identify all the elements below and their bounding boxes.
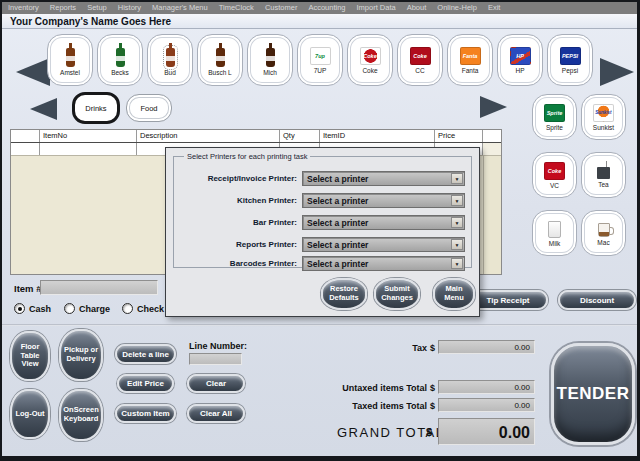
bar-printer-select[interactable]: Select a printer ▼ — [302, 215, 465, 230]
logout-button[interactable]: Log-Out — [10, 389, 50, 439]
product-button-pepsi[interactable]: PEPSI Pepsi — [547, 34, 593, 86]
category-tab-drinks[interactable]: Drinks — [72, 92, 120, 124]
product-button-bud[interactable]: Bud — [147, 34, 193, 86]
receipt-printer-select[interactable]: Select a printer ▼ — [302, 171, 465, 186]
product-button-tea[interactable]: Tea — [581, 152, 626, 198]
pos-window: Inventory Reports Setup History Manager'… — [0, 0, 640, 461]
menu-accounting[interactable]: Accounting — [308, 3, 345, 14]
product-button-amstel[interactable]: Amstel — [47, 34, 93, 86]
bud-bottle-icon — [166, 48, 175, 67]
menu-history[interactable]: History — [118, 3, 141, 14]
chevron-down-icon[interactable]: ▼ — [451, 239, 463, 250]
product-label: 7UP — [314, 67, 327, 74]
menu-timeclock[interactable]: TimeClock — [219, 3, 254, 14]
table-scrollbar[interactable] — [483, 156, 501, 274]
amstel-bottle-icon — [66, 48, 75, 67]
product-button-becks[interactable]: Becks — [97, 34, 143, 86]
col-qty: Qty — [280, 130, 320, 142]
menu-online-help[interactable]: Online-Help — [437, 3, 477, 14]
clear-all-button[interactable]: Clear All — [187, 404, 245, 423]
menu-reports[interactable]: Reports — [50, 3, 76, 14]
product-button-fanta[interactable]: Fanta Fanta — [447, 34, 493, 86]
menu-exit[interactable]: Exit — [488, 3, 501, 14]
chevron-down-icon[interactable]: ▼ — [451, 195, 463, 206]
sunkist-logo-icon: Sunkist — [593, 104, 614, 122]
line-number-input[interactable] — [189, 353, 242, 365]
chevron-down-icon[interactable]: ▼ — [451, 173, 463, 184]
tender-button[interactable]: TENDER — [551, 343, 635, 445]
teabag-icon — [597, 167, 610, 179]
receipt-printer-value: Select a printer — [307, 174, 368, 184]
menu-setup[interactable]: Setup — [87, 3, 107, 14]
menu-inventory[interactable]: Inventory — [8, 3, 39, 14]
col-select — [11, 130, 40, 142]
category-tab-food[interactable]: Food — [126, 94, 172, 122]
chevron-down-icon[interactable]: ▼ — [451, 217, 463, 228]
discount-button[interactable]: Discount — [558, 290, 636, 310]
check-radio[interactable] — [122, 303, 133, 314]
products-scroll-left-icon[interactable] — [16, 58, 50, 86]
product-label: Busch L — [208, 69, 232, 76]
hp-logo-icon: HP — [510, 47, 531, 65]
menu-managers-menu[interactable]: Manager's Menu — [152, 3, 208, 14]
delete-line-button[interactable]: Delete a line — [115, 344, 176, 364]
category-scroll-left-icon[interactable] — [30, 98, 57, 120]
product-button-vc[interactable]: Coke VC — [532, 152, 577, 198]
category-label: Food — [140, 104, 157, 113]
category-scroll-right-icon[interactable] — [480, 96, 507, 118]
product-button-sprite[interactable]: Sprite Sprite — [532, 94, 577, 140]
floor-table-view-button[interactable]: Floor Table View — [10, 331, 50, 381]
main-menu-button[interactable]: Main Menu — [433, 278, 475, 310]
kitchen-printer-select[interactable]: Select a printer ▼ — [302, 193, 465, 208]
product-button-sunkist[interactable]: Sunkist Sunkist — [581, 94, 626, 140]
charge-radio[interactable] — [64, 303, 75, 314]
company-title: Your Company's Name Goes Here — [2, 14, 637, 29]
custom-item-button[interactable]: Custom Item — [115, 404, 176, 423]
fanta-logo-icon: Fanta — [460, 47, 481, 65]
submit-changes-button[interactable]: Submit Changes — [374, 278, 420, 310]
edit-price-button[interactable]: Edit Price — [117, 374, 174, 393]
col-itemno: ItemNo — [40, 130, 137, 142]
line-number-label: Line Number: — [189, 341, 247, 351]
product-label: Bud — [164, 69, 176, 76]
col-scroll-spacer — [483, 130, 501, 142]
restore-defaults-button[interactable]: Restore Defaults — [321, 278, 367, 310]
product-button-cc[interactable]: Coke CC — [397, 34, 443, 86]
onscreen-keyboard-button[interactable]: OnScreen Keyboard — [59, 389, 103, 441]
product-button-coke[interactable]: Coke Coke — [347, 34, 393, 86]
product-label: Becks — [111, 69, 129, 76]
vanilla-coke-logo-icon: Coke — [544, 162, 565, 180]
chevron-down-icon[interactable]: ▼ — [451, 258, 463, 269]
receipt-printer-label: Receipt/Invoice Printer: — [174, 174, 302, 183]
menu-import-data[interactable]: Import Data — [357, 3, 396, 14]
product-label: CC — [415, 67, 424, 74]
milk-glass-icon — [548, 221, 561, 238]
products-scroll-right-icon[interactable] — [600, 58, 634, 86]
product-label: Fanta — [462, 67, 479, 74]
menu-about[interactable]: About — [407, 3, 427, 14]
reports-printer-select[interactable]: Select a printer ▼ — [302, 237, 465, 252]
product-label: Tea — [598, 181, 608, 188]
cell — [483, 143, 501, 155]
cell — [40, 143, 137, 155]
grand-total-value: 0.00 — [438, 418, 535, 445]
product-button-7up[interactable]: 7up 7UP — [297, 34, 343, 86]
product-button-mich[interactable]: Mich — [247, 34, 293, 86]
cash-radio-label: Cash — [29, 304, 51, 314]
product-label: Amstel — [60, 69, 80, 76]
item-number-input[interactable] — [40, 280, 158, 295]
product-button-busch-l[interactable]: Busch L — [197, 34, 243, 86]
pickup-delivery-button[interactable]: Pickup or Delivery — [59, 329, 103, 381]
tax-label: Tax — [332, 343, 427, 353]
clear-button[interactable]: Clear — [187, 374, 245, 393]
product-button-mac[interactable]: Mac — [581, 210, 626, 256]
product-button-hp[interactable]: HP HP — [497, 34, 543, 86]
barcodes-printer-select[interactable]: Select a printer ▼ — [302, 256, 465, 271]
cash-radio[interactable] — [14, 303, 25, 314]
product-button-milk[interactable]: Milk — [532, 210, 577, 256]
product-label: Coke — [362, 67, 377, 74]
tip-receipt-button[interactable]: Tip Receipt — [468, 290, 548, 310]
becks-bottle-icon — [116, 48, 125, 67]
product-label: Milk — [549, 240, 561, 247]
menu-customer[interactable]: Customer — [265, 3, 298, 14]
